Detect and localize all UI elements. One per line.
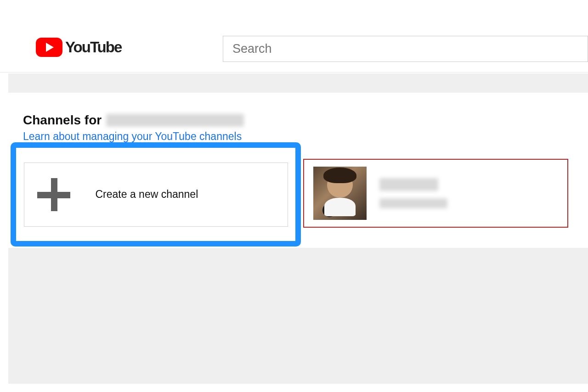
search-input[interactable]	[232, 41, 579, 56]
redacted-account-name	[106, 114, 244, 127]
plus-icon	[37, 178, 70, 211]
channel-info	[379, 178, 447, 208]
highlight-create-channel: Create a new channel	[11, 142, 301, 246]
brand-name: YouTube	[65, 39, 121, 56]
existing-channel-card[interactable]	[303, 159, 568, 228]
youtube-logo[interactable]: YouTube	[36, 38, 121, 57]
learn-more-link[interactable]: Learn about managing your YouTube channe…	[23, 130, 242, 143]
redacted-channel-meta	[379, 198, 447, 208]
header: YouTube	[0, 0, 588, 73]
youtube-play-icon	[36, 38, 62, 57]
create-channel-label: Create a new channel	[96, 188, 198, 201]
grey-band-top	[8, 73, 588, 93]
channel-avatar	[313, 167, 367, 220]
page-heading: Channels for	[23, 113, 244, 128]
grey-band-bottom	[8, 248, 588, 384]
search-bar[interactable]	[223, 36, 588, 62]
create-channel-card[interactable]: Create a new channel	[24, 162, 288, 227]
redacted-channel-name	[379, 178, 438, 191]
heading-prefix: Channels for	[23, 113, 102, 128]
